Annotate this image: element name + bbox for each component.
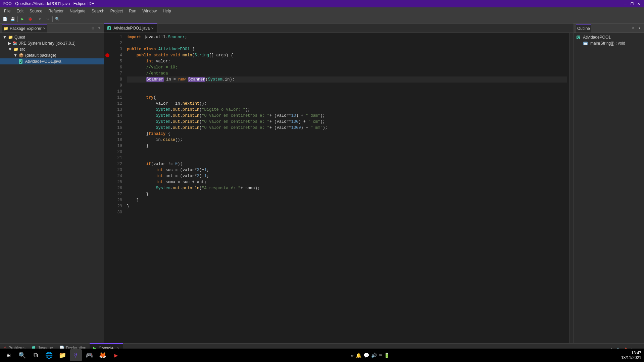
class-label: AtividadePOO1 [583,35,611,40]
code-line-30 [127,209,567,215]
minimize-button[interactable]: ─ [623,1,628,6]
toolbar-sep-1 [17,16,18,22]
taskbar-clock[interactable]: 13:47 18/11/2021 [621,351,641,360]
pkg-menu-btn[interactable]: ▾ [96,25,102,31]
jre-expand-icon: ▶ [8,41,11,46]
code-line-19: } [127,143,567,149]
package-explorer-icon: 📁 [3,26,8,31]
code-line-9 [127,83,567,89]
editor-wrapper: 12345 678910 1112131415 1617181920 21222… [104,33,574,343]
outline-tab[interactable]: Outline [576,24,591,33]
editor-scrollbar[interactable] [569,33,574,343]
line-numbers: 12345 678910 1112131415 1617181920 21222… [111,33,124,343]
right-panel: Outline ✕ ▾ C AtividadePOO1 m main(Strin… [574,23,644,343]
package-explorer-tab[interactable]: 📁 Package Explorer ✕ [2,24,47,33]
code-line-23: int suc = (valor*3)+1; [127,167,567,173]
taskbar: ⊞ 🔍 ⧉ 🌐 📁 ☿ 🎮 🦊 ▶ ✏ 🔔 💬 🔊 ⌨ 🔋 13:47 18/1… [0,349,644,362]
code-line-12: valor = in.nextInt(); [127,101,567,107]
outline-menu-btn[interactable]: ▾ [637,25,642,31]
outline-toolbar: ✕ ▾ [631,25,642,31]
tree-src[interactable]: ▼ 📁 src [0,46,104,52]
taskbar-battery-icon: 🔋 [384,353,390,358]
toolbar-sep-2 [35,16,35,22]
menu-help[interactable]: Help [160,7,174,15]
code-line-13: System.out.println("Digite o valor: "); [127,107,567,113]
menu-window[interactable]: Window [140,7,159,15]
redo-button[interactable]: ↪ [44,15,51,23]
menu-run[interactable]: Run [126,7,139,15]
close-button[interactable]: ✕ [636,1,641,6]
editor-area: J AtividadePOO1.java ✕ 12345 678910 1112… [104,23,574,343]
toolbar: 📄 💾 ▶ 🐞 ↩ ↪ 🔍 [0,15,644,23]
taskbar-keyboard-icon: ⌨ [379,353,382,358]
search-button[interactable]: 🔍 [54,15,61,23]
taskbar-explorer-btn[interactable]: 📁 [56,349,68,361]
quest-expand-icon: ▼ [3,35,7,40]
save-button[interactable]: 💾 [9,15,16,23]
taskbar-taskview-btn[interactable]: ⧉ [30,349,42,361]
restore-button[interactable]: ❐ [629,1,635,6]
pkg-label: (default package) [25,53,56,58]
taskbar-extra-btn1[interactable]: 🎮 [83,349,95,361]
pkg-toolbar: ⊟ ▾ [90,25,102,31]
outline-close-btn[interactable]: ✕ [631,25,636,31]
taskbar-notification-icon: 🔔 [356,353,361,358]
code-line-28: } [127,197,567,203]
outline-method[interactable]: m main(String[]) : void [574,40,644,46]
src-icon: 📁 [13,47,18,52]
code-line-20 [127,149,567,155]
menu-refactor[interactable]: Refactor [46,7,66,15]
run-button[interactable]: ▶ [19,15,26,23]
debug-button[interactable]: 🐞 [27,15,34,23]
code-line-29: } [127,203,567,209]
tree-java-file[interactable]: J AtividadePOO1.java [0,58,104,64]
quest-icon: 📁 [8,35,13,40]
pkg-collapse-btn[interactable]: ⊟ [90,25,96,31]
new-button[interactable]: 📄 [1,15,9,23]
java-file-icon: J [19,59,22,64]
code-line-24: int ant = (valor*2)-1; [127,173,567,179]
tree-quest[interactable]: ▼ 📁 Quest [0,34,104,40]
code-line-22: if(valor != 0){ [127,161,567,167]
menu-bar: File Edit Source Refactor Navigate Searc… [0,7,644,15]
code-line-4: public static void main(String[] args) { [127,52,567,58]
quest-label: Quest [14,35,25,40]
code-line-5: int valor; [127,58,567,64]
main-layout: 📁 Package Explorer ✕ ⊟ ▾ ▼ 📁 Quest ▶ 📚 J… [0,23,644,343]
menu-search[interactable]: Search [89,7,107,15]
outline-label: Outline [577,26,590,31]
taskbar-extra-btn3[interactable]: ▶ [110,349,122,361]
taskbar-date-text: 18/11/2021 [621,355,641,360]
taskbar-eclipse-btn[interactable]: ☿ [70,349,82,361]
taskbar-search-btn[interactable]: 🔍 [16,349,28,361]
package-explorer-label: Package Explorer [10,26,42,31]
menu-project[interactable]: Project [108,7,126,15]
undo-button[interactable]: ↩ [36,15,44,23]
taskbar-edge-btn[interactable]: 🌐 [43,349,55,361]
jre-icon: 📚 [12,41,17,46]
tab-java-icon: J [107,26,111,30]
taskbar-time-text: 13:47 [621,351,641,355]
tree-jre[interactable]: ▶ 📚 JRE System Library [jdk-17.0.1] [0,40,104,46]
class-icon: C [577,36,580,39]
src-label: src [20,47,25,52]
java-file-label: AtividadePOO1.java [25,59,61,64]
menu-navigate[interactable]: Navigate [67,7,88,15]
menu-file[interactable]: File [1,7,13,15]
code-line-3: public class AtividadePOO1 { [127,46,567,52]
menu-edit[interactable]: Edit [14,7,26,15]
tab-close-btn[interactable]: ✕ [151,27,154,30]
taskbar-extra-btn2[interactable]: 🦊 [97,349,109,361]
tree-default-package[interactable]: ▼ 📦 (default package) [0,52,104,58]
code-line-14: System.out.println("O valor em centimetr… [127,113,567,119]
taskbar-start-btn[interactable]: ⊞ [3,349,15,361]
code-line-6: //valor = 10; [127,64,567,70]
menu-source[interactable]: Source [27,7,45,15]
window-title: POO - Quest/src/AtividadePOO1.java - Ecl… [3,1,94,6]
outline-class[interactable]: C AtividadePOO1 [574,34,644,40]
code-area[interactable]: import java.util.Scanner; public class A… [124,33,569,343]
package-explorer-header: 📁 Package Explorer ✕ ⊟ ▾ [0,23,104,33]
editor-tab-active[interactable]: J AtividadePOO1.java ✕ [104,23,157,33]
code-line-16: System.out.println("O valor em centimetr… [127,125,567,131]
package-explorer-close[interactable]: ✕ [43,27,46,30]
